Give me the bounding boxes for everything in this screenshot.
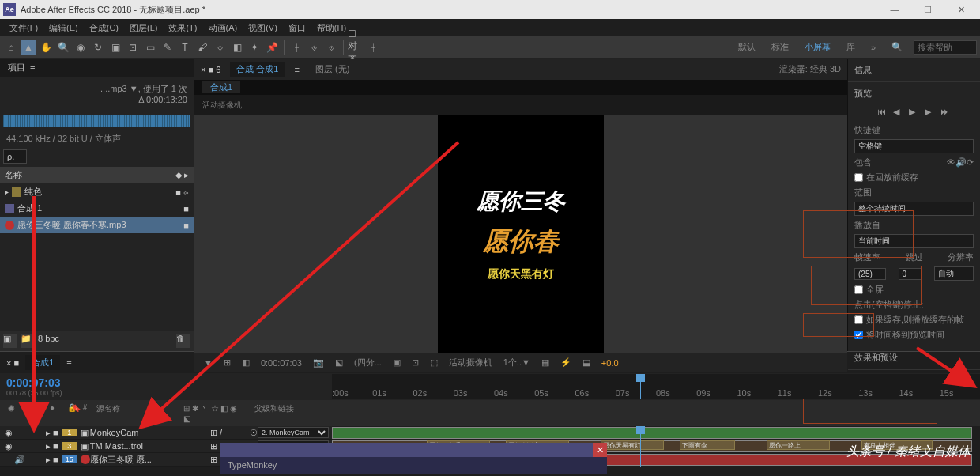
parent-dropdown[interactable]: 2. MonkeyCam — [258, 427, 329, 438]
rotate-tool[interactable]: ↻ — [90, 40, 106, 55]
prev-frame-icon[interactable]: ◀ — [893, 107, 904, 118]
orbit-tool[interactable]: ◉ — [73, 40, 89, 55]
track-bar[interactable] — [332, 427, 972, 439]
search-help-icon[interactable]: 🔍 — [887, 40, 907, 54]
menu-effect[interactable]: 效果(T) — [164, 21, 202, 36]
workspace-more-icon[interactable]: » — [866, 41, 880, 54]
workspace-standard[interactable]: 标准 — [767, 40, 793, 55]
pen-tool[interactable]: ✎ — [160, 40, 175, 55]
eye-col-icon[interactable]: ◉ — [3, 402, 20, 425]
col-tags[interactable]: ◆ ▸ — [175, 170, 189, 180]
solo-col-icon[interactable]: ● — [45, 402, 59, 425]
folder-item[interactable]: ▸ 纯色■ ⟐ — [0, 183, 194, 200]
timeline-comp-tab[interactable]: 合成1 — [25, 355, 60, 370]
menu-animation[interactable]: 动画(A) — [204, 21, 243, 36]
roi-icon[interactable]: ▣ — [390, 357, 404, 368]
roto-tool[interactable]: ✦ — [247, 40, 262, 55]
typemonkey-titlebar[interactable]: ✕ — [220, 443, 607, 457]
viewer[interactable]: 愿你三冬 愿你春 愿你天黑有灯 — [194, 115, 847, 353]
exposure-value[interactable]: +0.0 — [598, 357, 622, 368]
project-tab[interactable]: 项目 ≡ — [0, 59, 194, 77]
eraser-tool[interactable]: ◧ — [229, 40, 245, 55]
comp-item[interactable]: 合成 1■ — [0, 200, 194, 217]
new-folder-icon[interactable]: 📁 — [21, 334, 35, 348]
timecode[interactable]: 0:00:07:03 — [6, 376, 326, 389]
zoom-dropdown[interactable]: ▼ — [201, 357, 216, 368]
rect-tool[interactable]: ▭ — [142, 40, 158, 55]
time-display[interactable]: 0:00:07:03 — [258, 357, 305, 368]
menu-composition[interactable]: 合成(C) — [85, 21, 123, 36]
menu-view[interactable]: 视图(V) — [243, 21, 282, 36]
camera-dropdown[interactable]: 活动摄像机 — [446, 356, 496, 369]
views-dropdown[interactable]: 1个..▼ — [500, 356, 533, 369]
close-button[interactable]: ✕ — [945, 2, 977, 17]
bpc-label[interactable]: 8 bpc — [38, 334, 59, 348]
info-panel-title[interactable]: 信息 — [854, 62, 974, 78]
speaker-icon[interactable]: 🔊 — [14, 455, 24, 465]
workspace-default[interactable]: 默认 — [733, 40, 760, 55]
shortcut-dropdown[interactable]: 空格键 — [854, 139, 974, 153]
last-frame-icon[interactable]: ⏭ — [940, 107, 952, 118]
col-name[interactable]: 名称 — [5, 169, 22, 181]
include-icons[interactable]: 👁🔊⟳ — [947, 157, 974, 168]
clone-tool[interactable]: ⟐ — [212, 40, 228, 55]
text-tool[interactable]: T — [177, 40, 193, 55]
next-frame-icon[interactable]: ▶ — [925, 107, 936, 118]
eye-icon[interactable]: ◉ — [3, 441, 14, 451]
workspace-small[interactable]: 小屏幕 — [800, 40, 835, 55]
effects-panel-title[interactable]: 效果和预设 — [854, 349, 974, 366]
puppet-tool[interactable]: 📌 — [264, 40, 280, 55]
search-help-input[interactable] — [914, 40, 977, 55]
comp-tab[interactable]: 合成 合成1 — [230, 62, 285, 77]
brush-tool[interactable]: 🖌 — [194, 40, 210, 55]
resolution-dropdown[interactable]: (四分... — [351, 356, 385, 369]
play-icon[interactable]: ▶ — [909, 107, 920, 118]
menu-window[interactable]: 窗口 — [284, 21, 311, 36]
time-ruler[interactable]: :00s01s02s03s04s05s06s07s08s09s10s11s12s… — [332, 374, 980, 399]
snap-option-icon[interactable]: ⟊ — [365, 40, 381, 55]
cache-checkbox[interactable] — [854, 173, 863, 182]
eye-icon[interactable]: ◉ — [3, 428, 14, 438]
playhead[interactable] — [640, 374, 641, 399]
pixel-icon[interactable]: ▦ — [538, 357, 552, 368]
fast-icon[interactable]: ⚡ — [557, 357, 575, 368]
maximize-button[interactable]: ☐ — [912, 2, 944, 17]
hand-tool[interactable]: ✋ — [38, 40, 54, 55]
preview-panel-title[interactable]: 预览 — [854, 85, 974, 102]
clip[interactable]: 下雨有伞 — [680, 440, 735, 450]
menu-edit[interactable]: 编辑(E) — [44, 21, 83, 36]
trash-icon[interactable]: 🗑 — [176, 334, 190, 348]
grid-icon[interactable]: ⊞ — [220, 357, 234, 368]
timeline-sync-icon[interactable]: ⬓ — [579, 357, 594, 368]
audio-col-icon[interactable]: 🔊 — [23, 402, 42, 425]
snap-icon[interactable]: ⟊ — [288, 40, 304, 55]
renderer[interactable]: 渲染器: 经典 3D — [779, 63, 841, 75]
menu-file[interactable]: 文件(F) — [5, 21, 43, 36]
project-search-input[interactable] — [3, 149, 27, 164]
selection-tool[interactable]: ▲ — [21, 40, 36, 55]
mask-icon[interactable]: ◧ — [239, 357, 253, 368]
first-frame-icon[interactable]: ⏮ — [877, 107, 888, 118]
align2-icon[interactable]: ⟐ — [323, 40, 339, 55]
track-row[interactable]: ◉ ▸ ■1 ▣ MonkeyCam ⊞ / ☉ 2. MonkeyCam — [0, 426, 332, 440]
comp-name-tab[interactable]: 合成1 — [202, 81, 240, 93]
channel-icon[interactable]: ⬕ — [332, 357, 346, 368]
clip[interactable]: 愿你一路上 — [767, 440, 830, 450]
quality-dropdown[interactable]: 自动 — [934, 266, 974, 281]
col-parent[interactable]: 父级和链接 — [250, 402, 299, 425]
snapping-toggle[interactable]: ☐ 对齐 — [348, 40, 364, 55]
transparency-icon[interactable]: ⊡ — [409, 357, 422, 368]
clip[interactable]: 愿你天黑有灯 — [601, 440, 664, 450]
playhead-line[interactable] — [640, 426, 641, 467]
snapshot-icon[interactable]: 📷 — [310, 357, 327, 368]
col-source[interactable]: 源名称 — [92, 402, 179, 425]
3d-icon[interactable]: ⬚ — [427, 357, 441, 368]
align1-icon[interactable]: ⟐ — [306, 40, 322, 55]
audio-item[interactable]: 愿你三冬暖 愿你春不寒.mp3■ — [0, 217, 194, 233]
workspace-library[interactable]: 库 — [842, 40, 860, 55]
close-icon[interactable]: ✕ — [593, 443, 607, 457]
layer-tab[interactable]: 图层 (无) — [309, 62, 356, 77]
home-icon[interactable]: ⌂ — [3, 40, 19, 55]
pan-behind-tool[interactable]: ⊡ — [125, 40, 141, 55]
menu-help[interactable]: 帮助(H) — [312, 21, 351, 36]
